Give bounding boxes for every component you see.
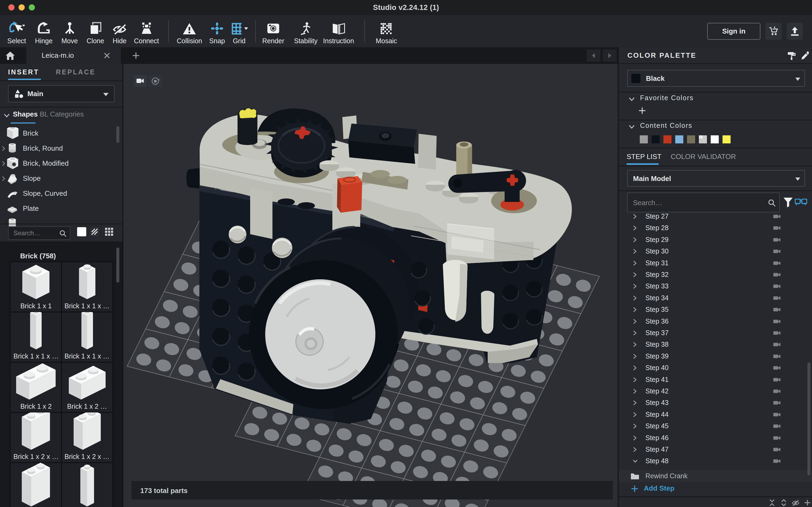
svg-text:Brick 1 x 1: Brick 1 x 1 [20,302,52,309]
svg-text:Brick 1 x 2: Brick 1 x 2 [20,402,52,410]
svg-text:Brick 1 x 1 x …: Brick 1 x 1 x … [13,352,59,360]
svg-text:Brick 1 x 2 x …: Brick 1 x 2 x … [64,453,110,460]
svg-text:Brick 1 x 1 x …: Brick 1 x 1 x … [64,302,110,309]
svg-text:173 total parts: 173 total parts [140,487,188,495]
svg-text:Brick 1 x 2 …: Brick 1 x 2 … [67,402,107,410]
svg-text:Brick 1 x 1 x …: Brick 1 x 1 x … [64,352,110,360]
svg-text:Brick 1 x 2 x …: Brick 1 x 2 x … [13,453,59,460]
